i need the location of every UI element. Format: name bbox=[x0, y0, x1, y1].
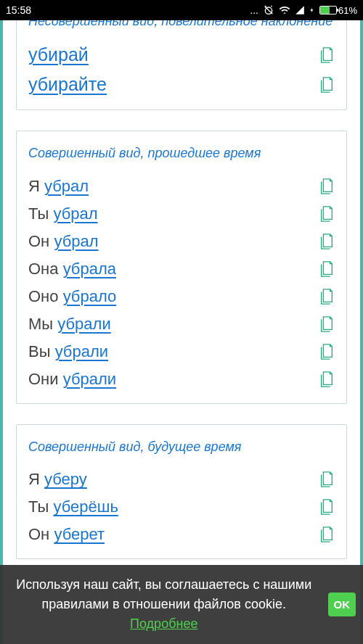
copy-icon[interactable] bbox=[319, 370, 335, 389]
copy-icon[interactable] bbox=[319, 75, 335, 94]
battery-indicator: 61% bbox=[319, 5, 357, 16]
page-content: Несовершенный вид, повелительное наклоне… bbox=[0, 20, 363, 644]
copy-icon[interactable] bbox=[319, 46, 335, 65]
imperfective-imperative-card: Несовершенный вид, повелительное наклоне… bbox=[16, 20, 347, 110]
pronoun: Он bbox=[28, 232, 49, 250]
charging-icon bbox=[309, 5, 315, 15]
list-item: Он убрал bbox=[28, 228, 335, 255]
pronoun: Я bbox=[28, 177, 40, 195]
cookie-text: Используя наш сайт, вы соглашаетесь с на… bbox=[7, 575, 321, 634]
copy-icon[interactable] bbox=[319, 498, 335, 516]
conjugation-link[interactable]: убрали bbox=[63, 370, 116, 388]
conjugation-link[interactable]: убрал bbox=[53, 205, 97, 223]
cookie-ok-button[interactable]: OK bbox=[328, 593, 356, 616]
cookie-banner: Используя наш сайт, вы соглашаетесь с на… bbox=[0, 565, 363, 644]
list-item: убирайте bbox=[28, 70, 335, 99]
list-item: Мы убрали bbox=[28, 310, 335, 338]
copy-icon[interactable] bbox=[319, 342, 335, 361]
card-title: Совершенный вид, прошедшее время bbox=[28, 141, 335, 165]
list-item: Я убрал bbox=[28, 173, 335, 200]
conjugation-link[interactable]: убрали bbox=[57, 315, 110, 333]
pronoun: Ты bbox=[28, 498, 49, 516]
list-item: Ты уберёшь bbox=[28, 493, 335, 521]
copy-icon[interactable] bbox=[319, 205, 335, 223]
copy-icon[interactable] bbox=[319, 470, 335, 489]
list-item: Она убрала bbox=[28, 255, 335, 283]
conjugation-link[interactable]: уберёшь bbox=[53, 498, 118, 516]
status-bar: 15:58 ... 61% bbox=[0, 0, 363, 20]
list-item: Вы убрали bbox=[28, 338, 335, 366]
conjugation-link[interactable]: убрали bbox=[55, 342, 108, 360]
wifi-icon bbox=[279, 4, 290, 16]
pronoun: Он bbox=[28, 525, 49, 543]
pronoun: Она bbox=[28, 260, 59, 278]
battery-percent: 61% bbox=[338, 5, 357, 16]
conjugation-link[interactable]: уберу bbox=[44, 470, 87, 488]
conjugation-link[interactable]: убрало bbox=[63, 287, 117, 305]
card-title: Совершенный вид, будущее время bbox=[28, 435, 335, 458]
status-dots: ... bbox=[250, 4, 258, 16]
copy-icon[interactable] bbox=[319, 260, 335, 278]
conjugation-link[interactable]: убирайте bbox=[28, 74, 107, 94]
cookie-message: Используя наш сайт, вы соглашаетесь с на… bbox=[16, 577, 311, 611]
list-item: Я уберу bbox=[28, 466, 335, 493]
pronoun: Оно bbox=[28, 287, 59, 305]
list-item: Оно убрало bbox=[28, 283, 335, 310]
copy-icon[interactable] bbox=[319, 287, 335, 306]
conjugation-link[interactable]: убирай bbox=[28, 44, 89, 65]
pronoun: Они bbox=[28, 370, 59, 388]
status-icons: ... 61% bbox=[250, 4, 357, 16]
conjugation-link[interactable]: убрал bbox=[44, 177, 89, 195]
card-title: Несовершенный вид, повелительное наклоне… bbox=[28, 20, 335, 33]
copy-icon[interactable] bbox=[319, 315, 335, 334]
conjugation-link[interactable]: уберет bbox=[54, 525, 105, 543]
list-item: Он уберет bbox=[28, 521, 335, 548]
copy-icon[interactable] bbox=[319, 177, 335, 196]
status-time: 15:58 bbox=[6, 4, 31, 16]
perfective-future-card: Совершенный вид, будущее время Я уберу Т… bbox=[16, 424, 347, 559]
list-item: убирай bbox=[28, 40, 335, 70]
cookie-more-link[interactable]: Подробнее bbox=[130, 616, 197, 631]
pronoun: Мы bbox=[28, 315, 53, 333]
signal-icon bbox=[295, 5, 305, 15]
copy-icon[interactable] bbox=[319, 232, 335, 251]
perfective-past-card: Совершенный вид, прошедшее время Я убрал… bbox=[16, 131, 347, 403]
copy-icon[interactable] bbox=[319, 525, 335, 544]
list-item: Ты убрал bbox=[28, 200, 335, 228]
conjugation-link[interactable]: убрал bbox=[54, 232, 98, 250]
pronoun: Я bbox=[28, 470, 40, 488]
pronoun: Ты bbox=[28, 205, 49, 223]
pronoun: Вы bbox=[28, 342, 51, 360]
alarm-off-icon bbox=[263, 4, 274, 16]
conjugation-link[interactable]: убрала bbox=[63, 260, 116, 278]
list-item: Они убрали bbox=[28, 366, 335, 393]
